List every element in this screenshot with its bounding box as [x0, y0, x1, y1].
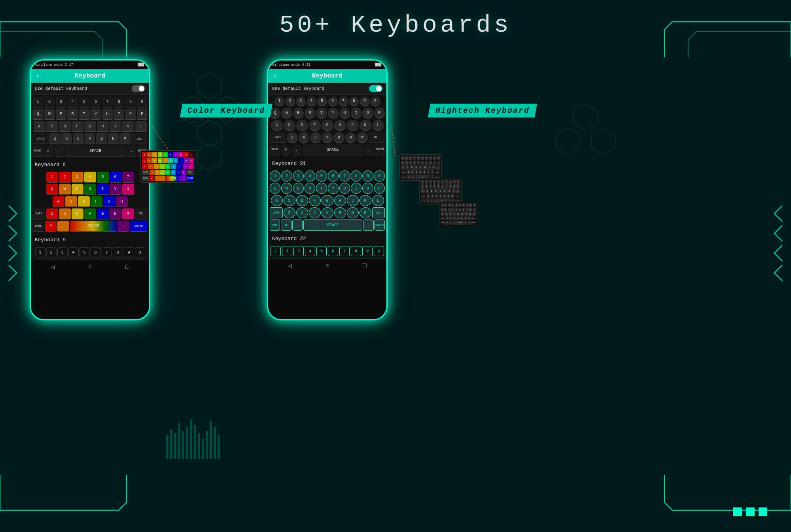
color-key-3[interactable]: 3	[72, 172, 83, 183]
r-key-n[interactable]: N	[345, 132, 356, 143]
r2-key-1[interactable]: 1	[270, 170, 280, 182]
kb9-key-3[interactable]: 3	[57, 247, 68, 257]
kb22-key-0[interactable]: 0	[374, 246, 384, 256]
r-key-x[interactable]: X	[299, 132, 310, 143]
r2-key-m[interactable]: M	[360, 207, 371, 218]
r2-key-2[interactable]: 2	[281, 170, 292, 182]
r2-key-r[interactable]: R	[305, 183, 315, 194]
r-key-c[interactable]: C	[310, 132, 321, 143]
r-key-3[interactable]: 3	[296, 97, 306, 106]
color-key-y[interactable]: Y	[110, 184, 121, 195]
r2-key-g[interactable]: G	[322, 195, 333, 206]
color-key-6[interactable]: 6	[110, 172, 121, 183]
color-key-1[interactable]: 1	[46, 172, 58, 183]
color-key-enter[interactable]: ENTER	[130, 221, 148, 232]
key-done[interactable]: DONE	[32, 146, 43, 157]
r-key-i[interactable]: I	[351, 108, 361, 119]
color-key-r[interactable]: R	[84, 184, 96, 195]
r-key-r[interactable]: R	[305, 108, 315, 119]
kb9-key-0[interactable]: 0	[135, 247, 145, 257]
color-key-u[interactable]: U	[122, 184, 134, 195]
kb22-key-8[interactable]: 8	[351, 246, 361, 256]
key-7[interactable]: 7	[102, 97, 113, 108]
color-key-m[interactable]: M	[122, 208, 134, 220]
r-key-y[interactable]: Y	[328, 108, 339, 119]
r-key-s[interactable]: S	[284, 120, 295, 131]
r2-key-p[interactable]: P	[374, 183, 385, 194]
r2-key-n[interactable]: N	[347, 207, 359, 218]
home-nav-icon[interactable]: ○	[88, 263, 92, 271]
r-key-caps[interactable]: CAPS	[270, 132, 286, 143]
r2-key-q[interactable]: Q	[270, 183, 280, 194]
kb22-key-4[interactable]: 4	[305, 246, 315, 256]
color-key-g[interactable]: G	[103, 196, 115, 207]
r2-key-5[interactable]: 5	[316, 170, 327, 182]
dot-3[interactable]	[759, 507, 767, 516]
key-m[interactable]: M	[119, 133, 131, 144]
r2-key-f[interactable]: F	[309, 195, 321, 206]
key-p[interactable]: P	[137, 109, 148, 120]
key-a[interactable]: A	[34, 121, 45, 132]
key-t[interactable]: T	[79, 109, 89, 120]
color-key-f[interactable]: F	[91, 196, 102, 207]
color-key-hash[interactable]: #	[45, 221, 57, 232]
right-home-nav-icon[interactable]: ○	[325, 262, 329, 269]
kb9-key-8[interactable]: 8	[113, 247, 123, 257]
r-key-comma[interactable]: ,	[291, 144, 302, 155]
r2-key-j[interactable]: J	[347, 195, 359, 206]
r2-key-done[interactable]: DONE	[270, 220, 280, 231]
key-z[interactable]: Z	[49, 133, 61, 144]
key-f[interactable]: F	[72, 121, 83, 132]
r-key-del[interactable]: DEL	[369, 132, 385, 143]
r2-key-comma[interactable]: ,	[292, 220, 303, 231]
key-8[interactable]: 8	[114, 97, 124, 108]
r2-key-space[interactable]: SPACE	[303, 220, 362, 231]
kb22-key-9[interactable]: 9	[362, 246, 373, 256]
r-key-z[interactable]: Z	[287, 132, 298, 143]
r2-key-c[interactable]: C	[309, 207, 321, 218]
kb22-key-7[interactable]: 7	[339, 246, 350, 256]
r-key-done[interactable]: DONE	[270, 144, 280, 155]
color-key-q[interactable]: Q	[46, 184, 58, 195]
color-key-n[interactable]: N	[110, 208, 121, 220]
r2-key-u[interactable]: U	[339, 183, 350, 194]
r-key-f[interactable]: F	[309, 120, 321, 131]
r-key-0[interactable]: 0	[371, 97, 380, 106]
r-key-o[interactable]: O	[362, 108, 373, 119]
kb22-key-5[interactable]: 5	[316, 246, 327, 256]
r2-key-v[interactable]: V	[322, 207, 333, 218]
key-w[interactable]: W	[44, 109, 55, 120]
key-6[interactable]: 6	[91, 97, 101, 108]
key-q[interactable]: Q	[32, 109, 43, 120]
color-key-done[interactable]: DONE	[32, 221, 44, 232]
r-key-u[interactable]: U	[339, 108, 350, 119]
color-key-e[interactable]: E	[72, 184, 83, 195]
r-key-l[interactable]: L	[372, 120, 384, 131]
r2-key-y[interactable]: Y	[328, 183, 339, 194]
r2-key-d[interactable]: D	[296, 195, 308, 206]
back-nav-icon[interactable]: ◁	[51, 263, 55, 271]
kb9-key-5[interactable]: 5	[79, 247, 90, 257]
r2-key-w[interactable]: W	[281, 183, 292, 194]
r-key-period[interactable]: .	[364, 144, 374, 155]
recents-nav-icon[interactable]: □	[125, 263, 129, 271]
color-key-del[interactable]: DEL	[135, 208, 148, 220]
key-i[interactable]: I	[114, 109, 124, 120]
key-period[interactable]: .	[127, 146, 137, 157]
kb22-key-1[interactable]: 1	[271, 246, 281, 256]
r2-key-b[interactable]: B	[334, 207, 346, 218]
r2-key-enter[interactable]: ENTER	[375, 220, 385, 231]
r2-key-o[interactable]: O	[362, 183, 373, 194]
r-key-enter[interactable]: ENTER	[375, 144, 385, 155]
color-key-s[interactable]: S	[65, 196, 77, 207]
right-back-nav-icon[interactable]: ◁	[288, 262, 292, 270]
key-c[interactable]: C	[73, 133, 84, 144]
right-toggle[interactable]	[369, 85, 382, 92]
r-key-hash[interactable]: #	[281, 144, 291, 155]
right-recents-nav-icon[interactable]: □	[363, 262, 367, 269]
r-key-6[interactable]: 6	[328, 97, 338, 106]
kb22-key-6[interactable]: 6	[328, 246, 338, 256]
r2-key-9[interactable]: 9	[362, 170, 373, 182]
r2-key-0[interactable]: 0	[374, 170, 385, 182]
r2-key-del[interactable]: DEL	[372, 207, 385, 218]
